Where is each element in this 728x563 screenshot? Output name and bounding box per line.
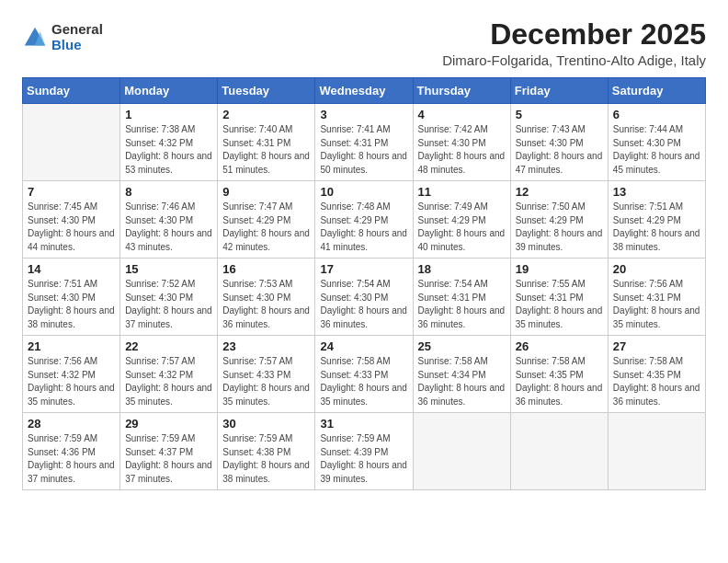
day-info: Sunrise: 7:51 AMSunset: 4:29 PMDaylight:… — [613, 201, 700, 254]
day-number: 25 — [418, 339, 506, 353]
day-info: Sunrise: 7:54 AMSunset: 4:30 PMDaylight:… — [320, 278, 407, 331]
day-number: 17 — [320, 262, 407, 276]
day-info: Sunrise: 7:56 AMSunset: 4:32 PMDaylight:… — [28, 355, 115, 408]
day-number: 27 — [613, 339, 700, 353]
day-header-row: SundayMondayTuesdayWednesdayThursdayFrid… — [23, 78, 706, 104]
logo: General Blue — [22, 22, 103, 52]
day-number: 20 — [613, 262, 700, 276]
day-of-week-header: Monday — [120, 78, 218, 104]
day-number: 4 — [418, 108, 506, 121]
day-number: 10 — [320, 185, 407, 199]
calendar-cell: 21Sunrise: 7:56 AMSunset: 4:32 PMDayligh… — [23, 336, 120, 413]
day-number: 21 — [28, 339, 115, 353]
calendar-week-row: 21Sunrise: 7:56 AMSunset: 4:32 PMDayligh… — [23, 336, 706, 413]
day-number: 7 — [28, 185, 115, 199]
day-info: Sunrise: 7:55 AMSunset: 4:31 PMDaylight:… — [516, 278, 603, 331]
day-number: 26 — [516, 339, 603, 353]
day-info: Sunrise: 7:58 AMSunset: 4:35 PMDaylight:… — [516, 355, 603, 408]
calendar-cell: 12Sunrise: 7:50 AMSunset: 4:29 PMDayligh… — [510, 181, 608, 259]
calendar-cell: 22Sunrise: 7:57 AMSunset: 4:32 PMDayligh… — [120, 336, 218, 413]
calendar-cell: 23Sunrise: 7:57 AMSunset: 4:33 PMDayligh… — [218, 336, 315, 413]
day-info: Sunrise: 7:56 AMSunset: 4:31 PMDaylight:… — [613, 278, 700, 331]
day-number: 16 — [222, 262, 310, 276]
logo-blue: Blue — [51, 38, 103, 53]
calendar: SundayMondayTuesdayWednesdayThursdayFrid… — [22, 77, 706, 490]
day-info: Sunrise: 7:58 AMSunset: 4:34 PMDaylight:… — [418, 355, 506, 408]
calendar-cell: 27Sunrise: 7:58 AMSunset: 4:35 PMDayligh… — [608, 336, 705, 413]
calendar-cell: 14Sunrise: 7:51 AMSunset: 4:30 PMDayligh… — [23, 259, 120, 336]
calendar-cell: 25Sunrise: 7:58 AMSunset: 4:34 PMDayligh… — [413, 336, 510, 413]
day-info: Sunrise: 7:57 AMSunset: 4:32 PMDaylight:… — [125, 355, 212, 408]
calendar-cell: 11Sunrise: 7:49 AMSunset: 4:29 PMDayligh… — [413, 181, 510, 259]
calendar-cell: 30Sunrise: 7:59 AMSunset: 4:38 PMDayligh… — [218, 413, 315, 490]
day-number: 3 — [320, 108, 407, 121]
day-of-week-header: Thursday — [413, 78, 510, 104]
calendar-cell — [510, 413, 608, 490]
day-info: Sunrise: 7:53 AMSunset: 4:30 PMDaylight:… — [222, 278, 310, 331]
calendar-cell: 19Sunrise: 7:55 AMSunset: 4:31 PMDayligh… — [510, 259, 608, 336]
day-info: Sunrise: 7:50 AMSunset: 4:29 PMDaylight:… — [516, 201, 603, 254]
day-number: 12 — [516, 185, 603, 199]
calendar-cell: 7Sunrise: 7:45 AMSunset: 4:30 PMDaylight… — [23, 181, 120, 259]
day-info: Sunrise: 7:58 AMSunset: 4:33 PMDaylight:… — [320, 355, 407, 408]
day-info: Sunrise: 7:42 AMSunset: 4:30 PMDaylight:… — [418, 123, 506, 177]
calendar-week-row: 1Sunrise: 7:38 AMSunset: 4:32 PMDaylight… — [23, 104, 706, 181]
day-number: 6 — [613, 108, 700, 121]
calendar-cell: 17Sunrise: 7:54 AMSunset: 4:30 PMDayligh… — [315, 259, 413, 336]
calendar-cell: 31Sunrise: 7:59 AMSunset: 4:39 PMDayligh… — [315, 413, 413, 490]
calendar-cell: 24Sunrise: 7:58 AMSunset: 4:33 PMDayligh… — [315, 336, 413, 413]
day-number: 11 — [418, 185, 506, 199]
calendar-week-row: 7Sunrise: 7:45 AMSunset: 4:30 PMDaylight… — [23, 181, 706, 259]
calendar-cell: 3Sunrise: 7:41 AMSunset: 4:31 PMDaylight… — [315, 104, 413, 181]
day-number: 8 — [125, 185, 212, 199]
day-info: Sunrise: 7:46 AMSunset: 4:30 PMDaylight:… — [125, 201, 212, 254]
calendar-cell — [608, 413, 705, 490]
day-info: Sunrise: 7:38 AMSunset: 4:32 PMDaylight:… — [125, 123, 212, 177]
day-number: 13 — [613, 185, 700, 199]
calendar-cell: 16Sunrise: 7:53 AMSunset: 4:30 PMDayligh… — [218, 259, 315, 336]
day-number: 5 — [516, 108, 603, 121]
calendar-cell: 1Sunrise: 7:38 AMSunset: 4:32 PMDaylight… — [120, 104, 218, 181]
day-number: 24 — [320, 339, 407, 353]
day-info: Sunrise: 7:45 AMSunset: 4:30 PMDaylight:… — [28, 201, 115, 254]
calendar-cell: 26Sunrise: 7:58 AMSunset: 4:35 PMDayligh… — [510, 336, 608, 413]
day-info: Sunrise: 7:52 AMSunset: 4:30 PMDaylight:… — [125, 278, 212, 331]
calendar-cell — [23, 104, 120, 181]
day-number: 18 — [418, 262, 506, 276]
calendar-cell: 10Sunrise: 7:48 AMSunset: 4:29 PMDayligh… — [315, 181, 413, 259]
calendar-week-row: 14Sunrise: 7:51 AMSunset: 4:30 PMDayligh… — [23, 259, 706, 336]
day-of-week-header: Saturday — [608, 78, 705, 104]
day-info: Sunrise: 7:57 AMSunset: 4:33 PMDaylight:… — [222, 355, 310, 408]
calendar-cell: 13Sunrise: 7:51 AMSunset: 4:29 PMDayligh… — [608, 181, 705, 259]
location: Dimaro-Folgarida, Trentino-Alto Adige, I… — [442, 52, 706, 68]
calendar-cell — [413, 413, 510, 490]
day-info: Sunrise: 7:49 AMSunset: 4:29 PMDaylight:… — [418, 201, 506, 254]
day-number: 22 — [125, 339, 212, 353]
calendar-cell: 4Sunrise: 7:42 AMSunset: 4:30 PMDaylight… — [413, 104, 510, 181]
calendar-cell: 15Sunrise: 7:52 AMSunset: 4:30 PMDayligh… — [120, 259, 218, 336]
day-number: 1 — [125, 108, 212, 121]
day-info: Sunrise: 7:54 AMSunset: 4:31 PMDaylight:… — [418, 278, 506, 331]
month-title: December 2025 — [442, 18, 706, 51]
day-number: 30 — [222, 417, 310, 431]
day-of-week-header: Tuesday — [218, 78, 315, 104]
day-number: 23 — [222, 339, 310, 353]
calendar-cell: 28Sunrise: 7:59 AMSunset: 4:36 PMDayligh… — [23, 413, 120, 490]
title-block: December 2025 Dimaro-Folgarida, Trentino… — [442, 18, 706, 68]
calendar-week-row: 28Sunrise: 7:59 AMSunset: 4:36 PMDayligh… — [23, 413, 706, 490]
day-info: Sunrise: 7:41 AMSunset: 4:31 PMDaylight:… — [320, 123, 407, 177]
day-number: 29 — [125, 417, 212, 431]
day-number: 31 — [320, 417, 407, 431]
day-of-week-header: Friday — [510, 78, 608, 104]
day-info: Sunrise: 7:47 AMSunset: 4:29 PMDaylight:… — [222, 201, 310, 254]
calendar-cell: 6Sunrise: 7:44 AMSunset: 4:30 PMDaylight… — [608, 104, 705, 181]
logo-general: General — [51, 22, 103, 38]
logo-icon — [22, 25, 48, 51]
calendar-cell: 9Sunrise: 7:47 AMSunset: 4:29 PMDaylight… — [218, 181, 315, 259]
day-of-week-header: Wednesday — [315, 78, 413, 104]
day-number: 15 — [125, 262, 212, 276]
day-info: Sunrise: 7:48 AMSunset: 4:29 PMDaylight:… — [320, 201, 407, 254]
day-number: 2 — [222, 108, 310, 121]
day-number: 19 — [516, 262, 603, 276]
calendar-cell: 29Sunrise: 7:59 AMSunset: 4:37 PMDayligh… — [120, 413, 218, 490]
